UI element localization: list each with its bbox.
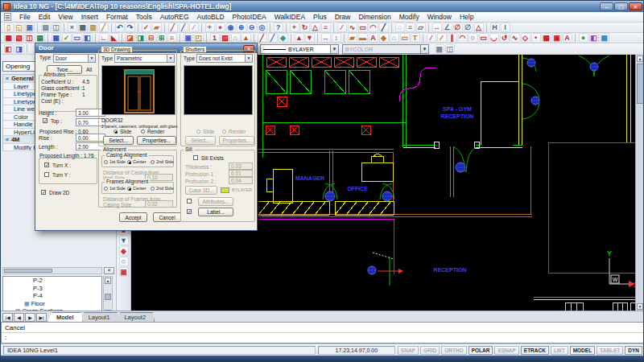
paste-object-icon[interactable]: ◰	[194, 33, 204, 43]
frames-center-radio[interactable]	[127, 187, 131, 191]
copy-icon[interactable]: ▦	[78, 23, 88, 32]
chevron-down-icon[interactable]: ▼	[245, 55, 252, 62]
tab-first-icon[interactable]: |◀	[2, 313, 13, 322]
revolve-icon[interactable]: ↺	[500, 33, 510, 43]
menu-autoreg[interactable]: AutoREG	[156, 12, 193, 22]
opening-tool-icon[interactable]: ⊟	[147, 33, 156, 43]
bld-edit-icon[interactable]: ▧	[14, 33, 24, 43]
status-toggle-lwt[interactable]: LWT	[551, 346, 568, 355]
rotate-icon[interactable]: ↻	[300, 23, 310, 32]
xline-red-icon[interactable]: ∕	[437, 33, 447, 43]
tree-item-floor[interactable]: ▦Floor	[3, 300, 101, 308]
status-toggle-model[interactable]: MODEL	[570, 346, 595, 355]
dim-linear-icon[interactable]: ↔	[432, 23, 442, 32]
menu-window[interactable]: Window	[423, 12, 456, 22]
brush-icon[interactable]: ▰	[348, 33, 357, 43]
drawing3d-type-dropdown[interactable]: Parametric ▼	[114, 54, 175, 63]
tee-icon[interactable]: T	[411, 33, 420, 43]
maximize-button[interactable]: ▢	[614, 2, 628, 10]
minimize-button[interactable]: –	[600, 2, 613, 10]
color-dropdown[interactable]: BYCOLOR ▼	[342, 44, 429, 54]
layer-control-icon[interactable]: ▦	[435, 44, 444, 54]
scrollbar-thumb[interactable]	[637, 64, 644, 104]
status-toggle-snap[interactable]: SNAP	[398, 346, 419, 355]
zoom-extents-icon[interactable]: ◎	[258, 23, 267, 32]
menu-view[interactable]: View	[54, 12, 76, 22]
save-icon[interactable]: ▣	[25, 23, 35, 32]
polygon-icon[interactable]: ◇	[521, 33, 530, 43]
beam-h-icon[interactable]: H	[490, 23, 500, 32]
level-1-icon[interactable]: 1	[210, 33, 220, 43]
scrollbar-thumb[interactable]	[4, 269, 52, 273]
menu-format[interactable]: Format	[102, 12, 132, 22]
wall-seg-icon[interactable]: ▬	[358, 33, 368, 43]
text-red-icon[interactable]: A	[563, 33, 572, 43]
frames-2nd-radio[interactable]	[151, 187, 155, 191]
draw-2d-checkbox[interactable]: ✓	[41, 190, 46, 195]
casing-center-radio[interactable]	[127, 160, 131, 164]
tree-item-p-4[interactable]: P-4	[3, 292, 101, 300]
command-line[interactable]: Cancel :	[1, 322, 644, 343]
cut-icon[interactable]: ×	[68, 23, 77, 32]
model-3d-blue-icon[interactable]: ◨	[14, 44, 24, 54]
status-toggle-esnap[interactable]: ESNAP	[494, 346, 518, 355]
properties-button[interactable]: Properties...	[137, 136, 176, 145]
print-icon[interactable]: ▤	[41, 23, 51, 32]
slide-radio[interactable]	[114, 130, 118, 134]
flag-icon[interactable]: ▰	[152, 23, 162, 32]
menu-insert[interactable]: Insert	[77, 12, 102, 22]
offset-icon[interactable]: ≡	[321, 23, 331, 32]
plan-frame-icon[interactable]: ▭	[72, 33, 82, 43]
tab-layout2[interactable]: Layout2	[115, 312, 155, 322]
model-3d-red-icon[interactable]: ◧	[4, 44, 14, 54]
layers-icon[interactable]: ≡	[406, 23, 415, 32]
panel-close-icon[interactable]: ✕	[104, 267, 114, 274]
image-icon[interactable]: ▦	[600, 33, 609, 43]
line-icon[interactable]: ∕	[337, 23, 347, 32]
new-file-icon[interactable]: ▯	[4, 23, 14, 32]
parallel-icon[interactable]: ∥	[448, 33, 457, 43]
vt-tri-blue-icon[interactable]: ▼	[119, 236, 129, 245]
plan-grid-icon[interactable]: ▦	[52, 33, 61, 43]
thickness-field[interactable]	[229, 162, 253, 170]
stairs-tool-icon[interactable]: ≡	[167, 33, 177, 43]
eraser-icon[interactable]: ◆	[279, 33, 288, 43]
wall-corner-icon[interactable]: ◣	[109, 33, 119, 43]
tab-model[interactable]: Model	[47, 312, 83, 322]
move-icon[interactable]: +	[290, 23, 299, 32]
accept-button[interactable]: Accept	[119, 212, 147, 222]
sheet-icon[interactable]: ▱	[416, 23, 426, 32]
menu-autobld[interactable]: AutoBLD	[193, 12, 229, 22]
circle-red-icon[interactable]: ○	[469, 33, 478, 43]
wall-tool-icon[interactable]: ∟	[99, 33, 109, 43]
shutters-type-dropdown[interactable]: Does not Exist ▼	[196, 54, 253, 63]
block-icon[interactable]: ▣	[552, 33, 562, 43]
copy-object-icon[interactable]: ▣	[184, 33, 193, 43]
building-icon[interactable]: ⌂	[231, 33, 241, 43]
rect-red-icon[interactable]: ▭	[479, 33, 489, 43]
chevron-down-icon[interactable]: ▼	[88, 55, 95, 62]
menu-photoidea[interactable]: PhotoIDEA	[229, 12, 270, 22]
top-checkbox[interactable]: ✓	[43, 118, 47, 123]
vt-circle-icon[interactable]: ○	[119, 257, 129, 266]
no-plot-icon[interactable]: ∅	[453, 23, 463, 32]
bld-insert-icon[interactable]: ▦	[4, 33, 14, 43]
chevron-down-icon[interactable]: ▼	[420, 45, 428, 53]
beam-i-icon[interactable]: I	[501, 23, 510, 32]
vt-diamond-icon[interactable]: ◆	[119, 246, 129, 256]
door-type-dropdown[interactable]: Door ▼	[53, 54, 96, 63]
status-toggle-dyn[interactable]: DYN	[625, 346, 642, 355]
level-manager-icon[interactable]: ▨	[221, 33, 230, 43]
canvas-vscrollbar[interactable]: ▲ ▼	[635, 55, 644, 311]
shutters-properties-button[interactable]: Properties...	[219, 136, 254, 145]
paste-icon[interactable]: ▥	[89, 23, 98, 32]
tree-item-p-3[interactable]: P-3	[3, 285, 101, 293]
arc-icon[interactable]: ◠	[369, 23, 378, 32]
chevron-down-icon[interactable]: ▼	[167, 55, 174, 62]
menu-help[interactable]: Help	[456, 12, 477, 22]
status-toggle-polar[interactable]: POLAR	[469, 346, 493, 355]
format-painter-icon[interactable]: ╱	[99, 23, 109, 32]
zoom-realtime-icon[interactable]: ●	[216, 23, 225, 32]
zoom-out-icon[interactable]: ⊖	[247, 23, 257, 32]
scroll-up-icon[interactable]: ▲	[105, 278, 111, 284]
